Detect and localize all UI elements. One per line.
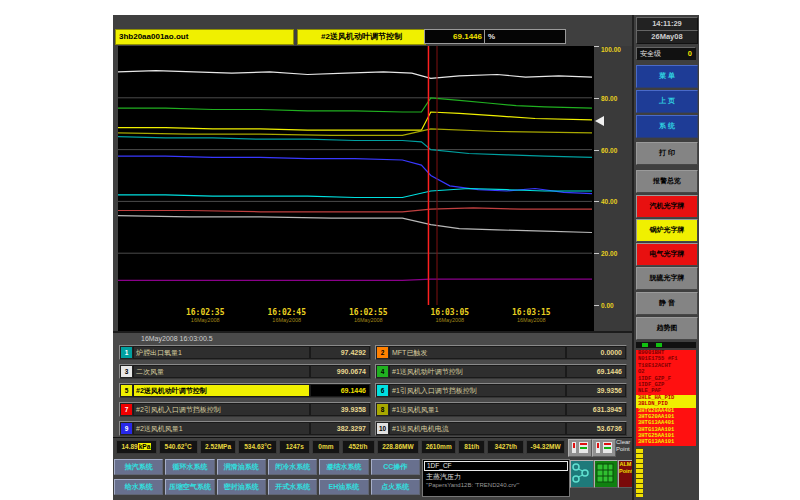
alarm-ack-label-2: Point <box>619 468 633 474</box>
y-tick-label: 100.00 <box>601 46 621 53</box>
sidebar-button-1[interactable]: 菜 单 <box>636 65 698 88</box>
status-cell: 2.52MPa <box>200 440 237 454</box>
selected-point-value: 69.1446 <box>424 29 486 44</box>
status-cell-text: 534.63°C <box>244 443 271 450</box>
tag-strip <box>636 342 696 348</box>
sidebar-button-3[interactable]: 系 统 <box>636 115 698 138</box>
status-cell: 228.86MW <box>377 440 420 454</box>
legend-color-chip: 9 <box>120 422 133 435</box>
status-cell-text: 540.62°C <box>165 443 192 450</box>
nav-button[interactable]: CC操作 <box>371 459 420 475</box>
indicator-button-2[interactable] <box>592 439 616 457</box>
y-tick-mark <box>594 253 599 254</box>
x-tick-date: 16May2008 <box>415 317 485 323</box>
legend-color-chip: 10 <box>376 422 389 435</box>
legend-point-value: 69.1446 <box>310 384 370 397</box>
legend-point-label: 炉膛出口氧量1 <box>133 346 310 359</box>
legend-row[interactable]: 1炉膛出口氧量197.4292 <box>119 345 371 360</box>
y-tick-label: 80.00 <box>601 95 617 102</box>
dcs-trend-window: 3hb20aa001ao.out #2送风机动叶调节控制 69.1446 % 1… <box>113 15 697 500</box>
alarm-tag-item[interactable]: 3HTG13AA101 <box>636 439 696 445</box>
nav-button[interactable]: 开式水系统 <box>268 479 317 495</box>
nav-button-row-2: 给水系统压缩空气系统密封油系统开式水系统EH油系统点火系统 <box>114 479 420 495</box>
green-mark-icon <box>642 343 648 347</box>
sidebar-button-2[interactable]: 上 页 <box>636 90 698 113</box>
status-value-strip: 14.89kPa540.62°C2.52MPa534.63°C1247s0mm4… <box>116 440 565 454</box>
nav-button[interactable]: 点火系统 <box>371 479 420 495</box>
x-tick-time: 16:03:05 <box>415 308 485 317</box>
x-tick: 16:02:4516May2008 <box>252 308 322 323</box>
cursor-timestamp: 16May2008 16:03:00.5 <box>141 335 213 342</box>
grid-icon <box>595 461 615 485</box>
nav-button[interactable]: 密封油系统 <box>217 479 266 495</box>
nav-button[interactable]: 凝结水系统 <box>319 459 368 475</box>
legend-point-value: 69.1446 <box>566 365 626 378</box>
nav-button[interactable]: 压缩空气系统 <box>165 479 214 495</box>
status-cell-text: 228.86MW <box>382 443 413 450</box>
valve-indicator-icon <box>572 442 576 453</box>
x-tick-time: 16:02:55 <box>333 308 403 317</box>
selected-point-title[interactable]: #2送风机动叶调节控制 <box>297 29 426 45</box>
sidebar-button-8[interactable]: 电气光字牌 <box>636 243 698 266</box>
legend-point-label: 二次风量 <box>133 365 310 378</box>
y-tick-mark <box>594 201 599 202</box>
status-cell: 14.89kPa <box>116 440 157 454</box>
legend-row[interactable]: 3二次风量990.0674 <box>119 364 371 379</box>
status-cell: 2610mm <box>421 440 456 454</box>
legend-row[interactable]: 6#1引风机入口调节挡板控制39.9356 <box>375 383 627 398</box>
alarm-ack-button[interactable]: ALM Point <box>618 460 633 488</box>
legend-color-chip: 7 <box>120 403 133 416</box>
sidebar-button-9[interactable]: 脱硫光字牌 <box>636 267 698 290</box>
clock-time: 14:11:29 <box>636 17 698 31</box>
legend-point-value: 631.3945 <box>566 403 626 416</box>
indicator-button-1[interactable] <box>568 439 592 457</box>
x-tick: 16:03:1516May2008 <box>496 308 566 323</box>
trend-plot-area[interactable]: 16:02:3516May200816:02:4516May200816:02:… <box>118 46 592 331</box>
sidebar-button-10[interactable]: 静 音 <box>636 292 698 315</box>
legend-point-label: #2送风机动叶调节控制 <box>133 384 310 397</box>
sidebar-button-4[interactable]: 打 印 <box>636 142 698 165</box>
nav-button[interactable]: 抽汽系统 <box>114 459 163 475</box>
status-cell-text: 81t/h <box>464 443 479 450</box>
legend-row[interactable]: 5#2送风机动叶调节控制69.1446 <box>119 383 371 398</box>
trend-line-6 <box>118 156 592 194</box>
legend-point-value: 39.9358 <box>310 403 370 416</box>
legend-row[interactable]: 7#2引风机入口调节挡板控制39.9358 <box>119 402 371 417</box>
nav-button[interactable]: 闭冷水系统 <box>268 459 317 475</box>
legend-point-value: 39.9356 <box>566 384 626 397</box>
sidebar-button-11[interactable]: 趋势图 <box>636 317 698 340</box>
security-label: 安全级 <box>640 48 661 59</box>
legend-row[interactable]: 8#1送风机风量1631.3945 <box>375 402 627 417</box>
legend-row[interactable]: 10#1送风机电机电流53.6736 <box>375 421 627 436</box>
legend-color-chip: 6 <box>376 384 389 397</box>
y-tick-mark <box>594 46 599 47</box>
status-cell: 3427t/h <box>487 440 524 454</box>
alarm-tag-list: B9001BHTN01E1755 #F1T18E12ACHTO21IDF_GZP… <box>636 350 696 446</box>
alarm-ack-label-1: ALM <box>620 461 632 467</box>
sidebar-button-7[interactable]: 锅炉光字牌 <box>636 219 698 242</box>
x-tick-date: 16May2008 <box>252 317 322 323</box>
legend-row[interactable]: 2MFT已触发0.0000 <box>375 345 627 360</box>
message-line-2: "PapersYand12B: 'TREND240.crv'" <box>423 481 569 489</box>
status-cell: 534.63°C <box>238 440 277 454</box>
right-sidebar: 14:11:29 26May08 安全级 0 菜 单上 页系 统打 印报警总览汽… <box>632 15 699 500</box>
legend-row[interactable]: 4#1送风机动叶调节控制69.1446 <box>375 364 627 379</box>
nav-button[interactable]: 润滑油系统 <box>217 459 266 475</box>
sidebar-button-5[interactable]: 报警总览 <box>636 170 698 193</box>
grid-display-button[interactable] <box>594 460 618 488</box>
nav-button[interactable]: 循环水系统 <box>165 459 214 475</box>
clear-point-label: Clear Point <box>616 439 632 455</box>
legend-point-value: 53.6736 <box>566 422 626 435</box>
flowsheet-button[interactable] <box>570 460 594 488</box>
legend-point-label: #1送风机电机电流 <box>389 422 566 435</box>
legend-point-value: 990.0674 <box>310 365 370 378</box>
legend-point-value: 97.4292 <box>310 346 370 359</box>
trend-file-field[interactable]: 3hb20aa001ao.out <box>115 29 294 45</box>
nav-button[interactable]: EH油系统 <box>319 479 368 495</box>
sidebar-button-6[interactable]: 汽机光字牌 <box>636 195 698 218</box>
legend-row[interactable]: 9#2送风机风量1382.3297 <box>119 421 371 436</box>
legend-point-value: 0.0000 <box>566 346 626 359</box>
trend-line-5 <box>118 137 592 158</box>
message-line-1: 主蒸汽压力 <box>423 472 569 481</box>
nav-button[interactable]: 给水系统 <box>114 479 163 495</box>
